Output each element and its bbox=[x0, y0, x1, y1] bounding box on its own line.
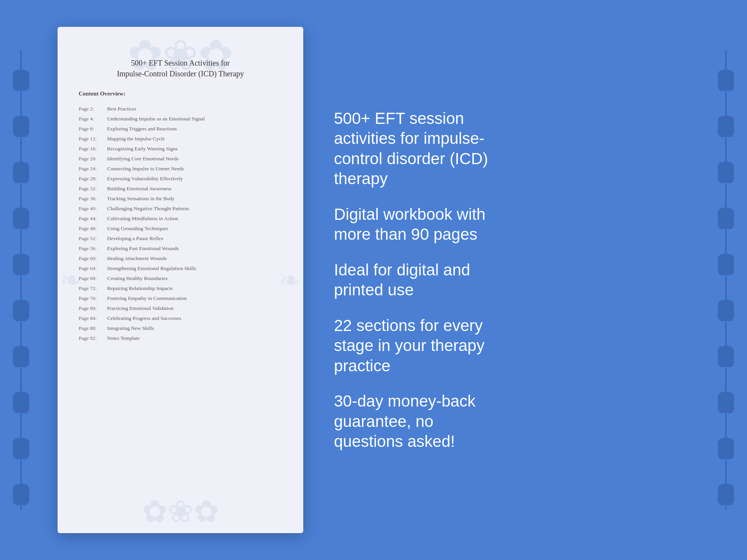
svg-point-27 bbox=[17, 437, 25, 445]
toc-page-number: Page 2: bbox=[79, 106, 106, 112]
svg-point-6 bbox=[17, 115, 25, 123]
toc-page-number: Page 4: bbox=[79, 116, 106, 122]
svg-point-34 bbox=[722, 69, 730, 77]
svg-point-46 bbox=[722, 253, 730, 261]
toc-item: Page 20:Identifying Core Emotional Needs bbox=[79, 154, 282, 164]
svg-point-40 bbox=[722, 161, 730, 169]
watermark-side-right: ❧ bbox=[279, 264, 301, 296]
toc-item: Page 84:Celebrating Progress and Success… bbox=[79, 313, 282, 323]
toc-title: Best Practices bbox=[107, 106, 136, 112]
toc-title: Repairing Relationship Impacts bbox=[107, 285, 173, 292]
toc-title: Expressing Vulnerability Effectively bbox=[107, 176, 183, 182]
toc-title: Notes Template bbox=[107, 335, 140, 341]
toc-item: Page 72:Repairing Relationship Impacts bbox=[79, 283, 282, 293]
svg-point-12 bbox=[17, 207, 25, 215]
toc-title: Tracking Sensations in the Body bbox=[107, 196, 175, 202]
svg-point-15 bbox=[17, 253, 25, 261]
svg-point-24 bbox=[17, 391, 25, 399]
content-overview-heading: Content Overview: bbox=[79, 91, 282, 97]
toc-item: Page 16:Recognizing Early Warning Signs bbox=[79, 144, 282, 154]
feature-item-4: 22 sections for every stage in your ther… bbox=[334, 316, 682, 376]
toc-page-number: Page 80: bbox=[79, 305, 106, 311]
toc-item: Page 40:Challenging Negative Thought Pat… bbox=[79, 204, 282, 214]
toc-item: Page 2:Best Practices bbox=[79, 104, 282, 114]
document-title: 500+ EFT Session Activities for Impulse-… bbox=[79, 58, 282, 79]
main-content: ✿❀✿ ❧ ❧ 500+ EFT Session Activities for … bbox=[42, 0, 705, 560]
svg-point-9 bbox=[17, 161, 25, 169]
toc-page-number: Page 88: bbox=[79, 325, 106, 331]
svg-point-21 bbox=[17, 345, 25, 353]
toc-title: Developing a Pause Reflex bbox=[107, 236, 164, 242]
toc-page-number: Page 32: bbox=[79, 186, 106, 192]
toc-item: Page 12:Mapping the Impulse Cycle bbox=[79, 134, 282, 144]
toc-item: Page 8:Exploring Triggers and Reactions bbox=[79, 124, 282, 134]
toc-page-number: Page 16: bbox=[79, 146, 106, 152]
feature-item-3: Ideal for digital and printed use bbox=[334, 260, 682, 300]
toc-page-number: Page 8: bbox=[79, 126, 106, 132]
toc-title: Celebrating Progress and Successes bbox=[107, 315, 181, 321]
svg-point-30 bbox=[17, 483, 25, 491]
floral-decoration-left bbox=[0, 0, 42, 560]
watermark-bottom: ✿❀✿ bbox=[142, 494, 219, 529]
toc-page-number: Page 72: bbox=[79, 285, 106, 292]
toc-page-number: Page 68: bbox=[79, 275, 106, 282]
toc-item: Page 56:Exploring Past Emotional Wounds bbox=[79, 244, 282, 254]
toc-item: Page 44:Cultivating Mindfulness in Actio… bbox=[79, 214, 282, 224]
toc-title: Strengthening Emotional Regulation Skill… bbox=[107, 265, 196, 272]
toc-item: Page 48:Using Grounding Techniques bbox=[79, 224, 282, 234]
document-preview: ✿❀✿ ❧ ❧ 500+ EFT Session Activities for … bbox=[58, 27, 303, 533]
toc-page-number: Page 52: bbox=[79, 236, 106, 242]
toc-item: Page 52:Developing a Pause Reflex bbox=[79, 234, 282, 244]
toc-title: Building Emotional Awareness bbox=[107, 186, 172, 192]
toc-page-number: Page 60: bbox=[79, 255, 106, 262]
toc-page-number: Page 36: bbox=[79, 196, 106, 202]
feature-item-1: 500+ EFT session activities for impulse-… bbox=[334, 109, 682, 189]
svg-point-55 bbox=[722, 391, 730, 399]
toc-title: Connecting Impulse to Unmet Needs bbox=[107, 166, 184, 172]
toc-page-number: Page 64: bbox=[79, 265, 106, 272]
toc-title: Challenging Negative Thought Patterns bbox=[107, 206, 189, 212]
svg-point-58 bbox=[722, 437, 730, 445]
watermark-side-left: ❧ bbox=[59, 264, 82, 296]
toc-title: Integrating New Skills bbox=[107, 325, 154, 331]
toc-title: Exploring Triggers and Reactions bbox=[107, 126, 177, 132]
toc-page-number: Page 76: bbox=[79, 295, 106, 301]
svg-point-37 bbox=[722, 115, 730, 123]
toc-title: Practicing Emotional Validation bbox=[107, 305, 174, 311]
toc-item: Page 92:Notes Template bbox=[79, 333, 282, 343]
floral-decoration-right bbox=[705, 0, 747, 560]
toc-item: Page 80:Practicing Emotional Validation bbox=[79, 303, 282, 313]
toc-item: Page 64:Strengthening Emotional Regulati… bbox=[79, 264, 282, 273]
svg-point-52 bbox=[722, 345, 730, 353]
toc-title: Healing Attachment Wounds bbox=[107, 255, 167, 262]
toc-title: Identifying Core Emotional Needs bbox=[107, 156, 178, 162]
feature-item-5: 30-day money-back guarantee, no question… bbox=[334, 391, 682, 452]
svg-point-18 bbox=[17, 299, 25, 307]
toc-page-number: Page 40: bbox=[79, 206, 106, 212]
toc-title: Recognizing Early Warning Signs bbox=[107, 146, 178, 152]
feature-item-2: Digital workbook with more than 90 pages bbox=[334, 204, 682, 245]
toc-item: Page 36:Tracking Sensations in the Body bbox=[79, 194, 282, 204]
toc-page-number: Page 56: bbox=[79, 245, 106, 252]
toc-page-number: Page 12: bbox=[79, 136, 106, 142]
toc-title: Cultivating Mindfulness in Action bbox=[107, 216, 178, 222]
toc-page-number: Page 92: bbox=[79, 335, 106, 341]
table-of-contents: Page 2:Best PracticesPage 4:Understandin… bbox=[79, 104, 282, 343]
toc-page-number: Page 20: bbox=[79, 156, 106, 162]
toc-title: Using Grounding Techniques bbox=[107, 226, 168, 232]
svg-point-43 bbox=[722, 207, 730, 215]
toc-title: Fostering Empathy in Communication bbox=[107, 295, 187, 301]
svg-point-3 bbox=[17, 69, 25, 77]
svg-point-49 bbox=[722, 299, 730, 307]
toc-page-number: Page 44: bbox=[79, 216, 106, 222]
toc-item: Page 24:Connecting Impulse to Unmet Need… bbox=[79, 164, 282, 174]
toc-page-number: Page 24: bbox=[79, 166, 106, 172]
toc-title: Understanding Impulse as an Emotional Si… bbox=[107, 116, 205, 122]
toc-page-number: Page 48: bbox=[79, 226, 106, 232]
toc-title: Creating Healthy Boundaries bbox=[107, 275, 167, 282]
toc-item: Page 4:Understanding Impulse as an Emoti… bbox=[79, 114, 282, 124]
toc-page-number: Page 84: bbox=[79, 315, 106, 321]
toc-item: Page 60:Healing Attachment Wounds bbox=[79, 254, 282, 264]
toc-item: Page 76:Fostering Empathy in Communicati… bbox=[79, 293, 282, 303]
toc-title: Exploring Past Emotional Wounds bbox=[107, 245, 179, 252]
